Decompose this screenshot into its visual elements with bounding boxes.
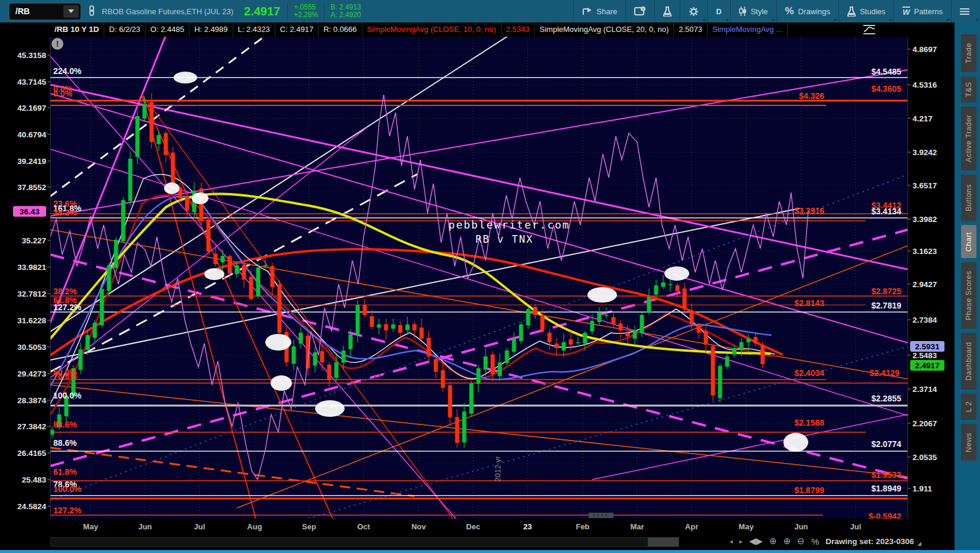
fib-level-label: 38.2% [53,208,77,217]
rotated-year-annotation: 2012 yr [493,456,502,482]
fib-level-label: 127.2% [53,303,82,312]
symbol-timeframe-label[interactable]: /RB 10 Y 1D [50,22,104,37]
analyze-button[interactable] [654,0,680,22]
chart-canvas[interactable]: 224.0%0.0%0.0%23.6%161.8%38.2%38.2%61.8%… [0,37,980,519]
x-axis-month-label: 23 [523,522,532,531]
oval-annotation [587,287,617,303]
symbol-dropdown-arrow[interactable] [63,5,79,18]
x-axis-month-label: Sep [302,522,316,531]
top-toolbar: /RB RBOB Gasoline Futures,ETH (JUL 23) 2… [0,0,980,22]
price-level-label: $2.8725 [871,287,901,296]
style-button[interactable]: Style [730,0,776,22]
chart-header: /RB 10 Y 1D D: 6/2/23 O: 2.4485 H: 2.498… [0,22,980,37]
link-icon[interactable] [88,5,96,18]
right-axis-label: 2.9427 [912,280,937,289]
oval-annotation [265,334,291,351]
right-axis-label: 3.6517 [912,181,937,190]
zoom-in-icon[interactable]: ⊕ [783,536,791,546]
close-value: C: 2.4917 [275,22,319,37]
right-axis-label: 4.217 [912,114,933,123]
sidebar-tab-dashboard[interactable]: Dashboard [961,333,976,390]
price-level-label: $1.9533 [871,470,901,480]
last-price: 2.4917 [244,5,280,18]
svg-text:36.43: 36.43 [20,207,40,216]
sidebar-tab-trade[interactable]: Trade [961,34,976,72]
price-level-label: $2.0774 [871,439,901,449]
price-level-label: $2.4129 [869,368,899,378]
left-axis-label: 28.3874 [17,396,46,405]
sidebar-tab-chart[interactable]: Chart [961,225,976,258]
info-icon: i [634,7,646,16]
sma10-study-label[interactable]: SimpleMovingAvg (CLOSE, 10, 0, no) [362,22,502,37]
left-axis-label: 24.5824 [17,502,46,511]
bottom-bar: MayJunJulAugSepOctNovDec23FebMarAprMayJu… [0,519,955,550]
hamburger-menu-icon [960,8,969,15]
sma-more-study-label[interactable]: SimpleMovingAvg ... [708,22,788,37]
sidebar-tab-l-2[interactable]: L 2 [961,394,976,420]
sidebar-tab-buttons[interactable]: Buttons [961,175,976,221]
low-value: L: 2.4323 [233,22,275,37]
pan-zoom-icon[interactable]: ◀▶ [749,536,763,546]
x-axis-month-label: Nov [412,522,426,531]
x-axis-month-label: Jul [194,522,205,531]
sidebar-tab-t-s[interactable]: T&S [961,76,976,102]
share-button[interactable]: Share [573,0,626,22]
x-axis-month-label: May [83,522,98,531]
fib-level-label: 78.6% [53,371,77,381]
horizontal-scrollbar[interactable] [50,537,679,547]
price-chart[interactable]: 224.0%0.0%0.0%23.6%161.8%38.2%38.2%61.8%… [0,37,980,519]
oval-annotation [173,72,197,83]
share-icon [582,7,593,16]
settings-button[interactable] [680,0,707,22]
sma20-study-label[interactable]: SimpleMovingAvg (CLOSE, 20, 0, no) [535,22,674,37]
sidebar-tab-news[interactable]: News [961,424,976,461]
price-change-percent: +2.28% [294,11,318,19]
crosshair-icon[interactable]: ⊕ [769,536,777,546]
left-axis-label: 35.227 [22,236,46,245]
sidebar-tab-phase-scores[interactable]: Phase Scores [961,262,976,329]
price-level-label: $4.326 [799,91,824,101]
instrument-description: RBOB Gasoline Futures,ETH (JUL 23) [102,7,233,16]
price-level-label: $4.3605 [871,84,901,94]
drawings-button[interactable]: % Drawings [776,0,838,22]
zoom-percent-icon[interactable]: % [811,536,819,546]
fib-level-label: 38.2% [53,287,77,296]
x-axis-month-label: Mar [630,522,644,531]
price-level-label: $1.8949 [871,484,901,493]
right-axis-label: 2.3714 [912,385,937,394]
chart-mode-icon[interactable] [862,24,876,38]
drawings-label: Drawings [798,7,830,16]
scroll-right-icon[interactable]: ▸ [740,538,743,545]
timeframe-button[interactable]: D [707,0,730,22]
right-sidebar: TradeT&SActive TraderButtonsChartPhase S… [955,22,980,550]
fib-level-label: 0.0% [53,89,72,98]
x-axis-month-label: Jun [794,522,808,531]
left-axis-label: 40.6794 [17,130,46,139]
change-block: +.0555 +2.28% [287,3,324,20]
oval-annotation [271,375,292,391]
chart-menu-button[interactable] [951,0,980,22]
right-axis-label: 3.3982 [912,215,937,224]
left-axis-label: 32.7812 [17,290,46,298]
x-axis-month-label: May [738,522,753,531]
scrollbar-handle[interactable] [648,538,679,546]
sidebar-tab-active-trader[interactable]: Active Trader [961,107,976,171]
drawing-set-label[interactable]: Drawing set: 2023-0306 [825,537,921,546]
studies-button[interactable]: Studies [838,0,894,22]
patterns-button[interactable]: W Patterns [894,0,951,22]
flask-icon [847,7,856,17]
symbol-input[interactable]: /RB [9,4,81,20]
quote-info-button[interactable]: i [625,0,654,22]
right-axis-label: 4.8697 [912,45,937,54]
zoom-out-icon[interactable]: ⊖ [797,536,805,546]
price-level-label: $4.5485 [871,67,901,76]
right-axis-label: 2.0535 [912,453,937,462]
oval-annotation [315,400,345,417]
left-axis-label: 42.1697 [17,104,46,112]
right-axis-label: 1.911 [912,484,933,493]
left-axis-label: 25.483 [22,475,47,484]
scroll-left-icon[interactable]: ◂ [730,538,733,545]
high-value: H: 2.4989 [189,22,233,37]
chart-pan-handle[interactable] [589,513,613,518]
left-axis-label: 31.6228 [17,316,46,325]
